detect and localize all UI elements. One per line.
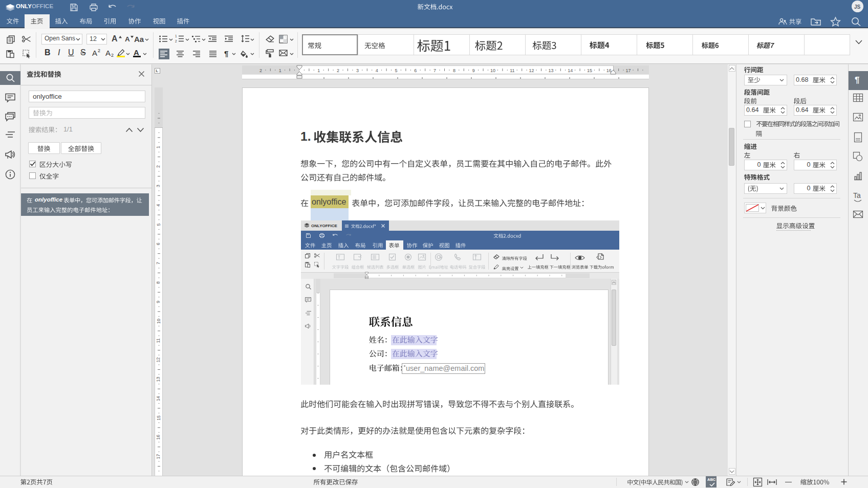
- svg-text:14: 14: [568, 68, 573, 73]
- svg-text:7: 7: [433, 68, 436, 73]
- svg-text:15: 15: [587, 68, 592, 73]
- svg-text:11: 11: [156, 338, 161, 343]
- svg-text:13: 13: [156, 376, 161, 382]
- svg-text:3: 3: [356, 68, 359, 73]
- svg-text:1: 1: [279, 68, 281, 73]
- svg-text:2: 2: [259, 68, 262, 73]
- svg-text:1: 1: [156, 146, 161, 148]
- svg-text:4: 4: [156, 204, 161, 207]
- svg-text:15: 15: [156, 415, 161, 420]
- svg-text:13: 13: [548, 68, 553, 73]
- svg-text:1: 1: [317, 68, 320, 73]
- svg-text:2: 2: [156, 165, 161, 168]
- svg-text:17: 17: [626, 68, 631, 73]
- svg-text:12: 12: [529, 68, 534, 73]
- svg-text:16: 16: [156, 435, 161, 440]
- svg-text:8: 8: [156, 281, 161, 284]
- svg-text:17: 17: [156, 454, 161, 459]
- svg-text:9: 9: [472, 68, 475, 73]
- svg-text:10: 10: [156, 319, 161, 324]
- svg-text:6: 6: [156, 242, 161, 245]
- svg-text:2: 2: [337, 68, 339, 73]
- svg-text:5: 5: [395, 68, 397, 73]
- svg-text:2: 2: [175, 39, 177, 43]
- svg-text:12: 12: [156, 358, 161, 363]
- svg-text:5: 5: [156, 223, 161, 226]
- svg-text:7: 7: [156, 262, 161, 264]
- svg-text:11: 11: [510, 68, 514, 73]
- svg-text:3: 3: [156, 185, 161, 187]
- svg-text:1: 1: [175, 34, 177, 38]
- svg-text:10: 10: [490, 68, 495, 73]
- svg-text:6: 6: [414, 68, 417, 73]
- svg-text:4: 4: [376, 68, 378, 73]
- svg-text:8: 8: [453, 68, 455, 73]
- svg-text:14: 14: [156, 396, 161, 401]
- svg-text:9: 9: [156, 301, 161, 303]
